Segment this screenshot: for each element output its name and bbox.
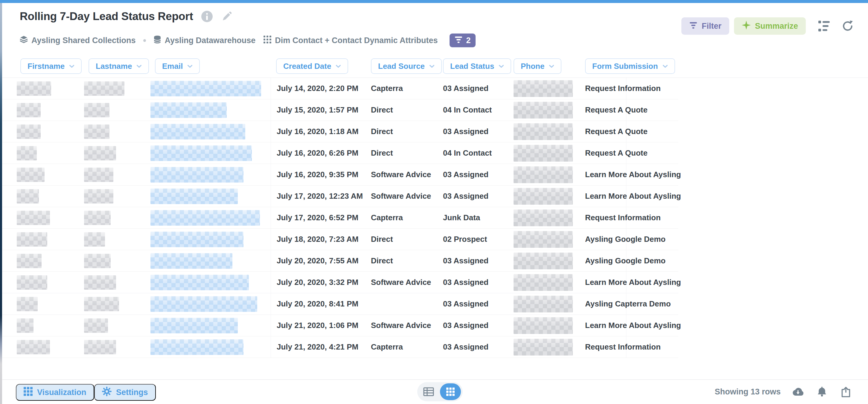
redacted-phone-cell[interactable] [514,145,573,162]
redacted-lastname-cell[interactable] [84,232,105,247]
created-date-cell[interactable]: July 16, 2020, 1:18 AM [277,121,359,142]
lead-source-cell[interactable]: Direct [371,121,393,142]
table-view-icon[interactable] [417,382,440,401]
redacted-lastname-cell[interactable] [84,81,124,96]
redacted-lastname-cell[interactable] [84,124,110,139]
edit-icon[interactable] [221,10,233,23]
form-submission-cell[interactable]: Aysling Google Demo [585,229,665,250]
visualization-button[interactable]: Visualization [16,384,94,401]
lead-source-cell[interactable]: Software Advice [371,315,431,336]
redacted-email-cell[interactable] [150,145,252,161]
breadcrumb-collection[interactable]: Aysling Shared Collections [20,36,136,46]
redacted-firstname-cell[interactable] [17,189,39,203]
created-date-cell[interactable]: July 17, 2020, 12:23 AM [277,185,363,207]
created-date-cell[interactable]: July 20, 2020, 3:32 PM [277,272,358,293]
grid-view-icon[interactable] [440,383,461,400]
form-submission-cell[interactable]: Learn More About Aysling [585,272,681,293]
column-header-firstname[interactable]: Firstname [20,58,82,74]
redacted-email-cell[interactable] [150,210,260,226]
redacted-email-cell[interactable] [150,318,238,334]
redacted-phone-cell[interactable] [514,102,573,118]
filter-button[interactable]: Filter [681,17,729,35]
redacted-email-cell[interactable] [150,296,257,312]
lead-status-cell[interactable]: 03 Assigned [443,272,489,293]
column-header-lead-status[interactable]: Lead Status [443,58,511,74]
lead-source-cell[interactable]: Software Advice [371,272,431,293]
redacted-phone-cell[interactable] [514,317,573,334]
lead-status-cell[interactable]: 04 In Contact [443,142,492,164]
redacted-email-cell[interactable] [150,81,261,96]
created-date-cell[interactable]: July 16, 2020, 6:26 PM [277,142,358,164]
form-submission-cell[interactable]: Request Information [585,336,661,357]
redacted-email-cell[interactable] [150,275,249,290]
form-submission-cell[interactable]: Request A Quote [585,99,648,121]
column-header-phone[interactable]: Phone [514,58,561,74]
redacted-phone-cell[interactable] [514,274,573,291]
redacted-email-cell[interactable] [150,189,238,204]
lead-source-cell[interactable]: Software Advice [371,164,431,185]
redacted-phone-cell[interactable] [514,123,573,140]
redacted-email-cell[interactable] [150,339,244,355]
lead-source-cell[interactable]: Capterra [371,78,403,99]
redacted-lastname-cell[interactable] [84,297,119,311]
column-header-form-submission[interactable]: Form Submission [585,58,675,74]
column-header-lastname[interactable]: Lastname [89,58,149,74]
created-date-cell[interactable]: July 21, 2020, 1:06 PM [277,315,358,336]
form-submission-cell[interactable]: Request Information [585,78,661,99]
created-date-cell[interactable]: July 15, 2020, 1:57 PM [277,99,358,121]
created-date-cell[interactable]: July 18, 2020, 7:23 AM [277,229,359,250]
column-header-created-date[interactable]: Created Date [276,58,348,74]
notebook-icon[interactable] [818,20,831,33]
lead-status-cell[interactable]: 03 Assigned [443,293,489,315]
redacted-lastname-cell[interactable] [84,103,110,117]
redacted-firstname-cell[interactable] [17,254,41,268]
redacted-phone-cell[interactable] [514,339,573,355]
lead-status-cell[interactable]: 02 Prospect [443,229,487,250]
redacted-phone-cell[interactable] [514,80,573,97]
download-icon[interactable] [792,385,805,399]
lead-status-cell[interactable]: Junk Data [443,207,480,228]
breadcrumb-table[interactable]: Dim Contact + Contact Dynamic Attributes [264,36,438,46]
redacted-firstname-cell[interactable] [17,232,47,247]
redacted-lastname-cell[interactable] [84,146,116,161]
redacted-lastname-cell[interactable] [84,211,111,225]
form-submission-cell[interactable]: Learn More About Aysling [585,185,681,207]
lead-status-cell[interactable]: 03 Assigned [443,250,489,271]
created-date-cell[interactable]: July 20, 2020, 8:41 PM [277,293,358,315]
redacted-email-cell[interactable] [150,232,244,247]
created-date-cell[interactable]: July 20, 2020, 7:55 AM [277,250,359,271]
column-header-email[interactable]: Email [155,58,200,74]
lead-status-cell[interactable]: 03 Assigned [443,78,489,99]
redacted-phone-cell[interactable] [514,166,573,183]
lead-source-cell[interactable]: Direct [371,250,393,271]
lead-status-cell[interactable]: 03 Assigned [443,315,489,336]
redacted-lastname-cell[interactable] [84,168,113,182]
redacted-email-cell[interactable] [150,167,244,182]
redacted-firstname-cell[interactable] [17,146,37,161]
form-submission-cell[interactable]: Request A Quote [585,142,648,164]
lead-source-cell[interactable]: Software Advice [371,185,431,207]
redacted-firstname-cell[interactable] [17,103,41,117]
redacted-lastname-cell[interactable] [84,254,111,268]
notifications-icon[interactable] [815,385,829,399]
created-date-cell[interactable]: July 14, 2020, 2:20 PM [277,78,358,99]
redacted-phone-cell[interactable] [514,253,573,269]
redacted-firstname-cell[interactable] [17,340,50,354]
redacted-firstname-cell[interactable] [17,168,44,182]
form-submission-cell[interactable]: Request A Quote [585,121,648,142]
lead-status-cell[interactable]: 03 Assigned [443,336,489,357]
lead-status-cell[interactable]: 04 In Contact [443,99,492,121]
form-submission-cell[interactable]: Aysling Capterra Demo [585,293,671,315]
redacted-phone-cell[interactable] [514,209,573,226]
refresh-icon[interactable] [841,20,854,33]
lead-status-cell[interactable]: 03 Assigned [443,121,489,142]
redacted-email-cell[interactable] [150,102,227,118]
summarize-button[interactable]: Summarize [734,17,806,35]
lead-status-cell[interactable]: 03 Assigned [443,164,489,185]
lead-source-cell[interactable]: Capterra [371,336,403,357]
lead-source-cell[interactable]: Direct [371,99,393,121]
form-submission-cell[interactable]: Aysling Google Demo [585,250,665,271]
redacted-lastname-cell[interactable] [84,340,116,354]
redacted-lastname-cell[interactable] [84,275,116,290]
redacted-phone-cell[interactable] [514,296,573,312]
